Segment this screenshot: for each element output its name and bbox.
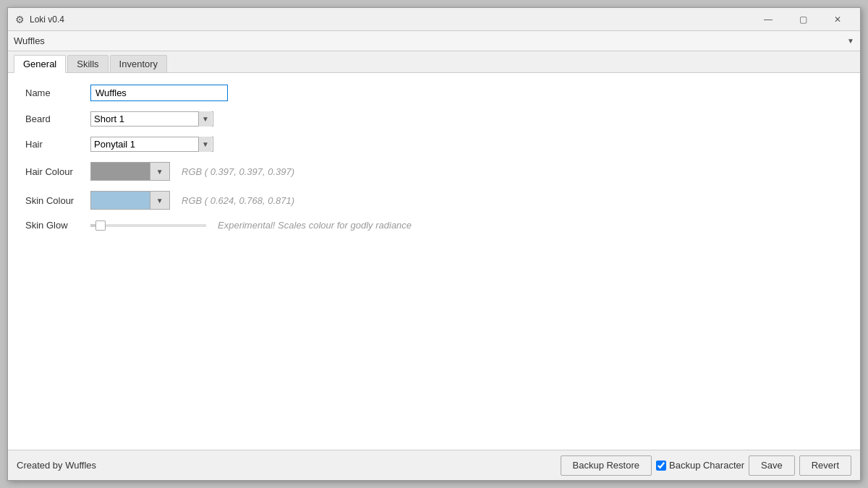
tab-general[interactable]: General (14, 55, 66, 73)
hair-colour-row: Hair Colour ▼ RGB ( 0.397, 0.397, 0.397) (25, 162, 843, 181)
skin-glow-slider-wrapper: Experimental! Scales colour for godly ra… (90, 220, 412, 231)
skin-colour-button[interactable]: ▼ (90, 191, 170, 210)
hair-colour-button[interactable]: ▼ (90, 162, 170, 181)
revert-button[interactable]: Revert (799, 455, 851, 476)
skin-colour-row: Skin Colour ▼ RGB ( 0.624, 0.768, 0.871) (25, 191, 843, 210)
tab-skills[interactable]: Skills (67, 55, 108, 72)
app-icon: ⚙ (14, 14, 25, 25)
content-area: Name Beard Short 1 Short 2 Long 1 None ▼… (8, 73, 860, 450)
tab-inventory[interactable]: Inventory (110, 55, 167, 72)
skin-colour-label: Skin Colour (25, 195, 90, 206)
character-select-wrapper: Wuffles ▼ (11, 33, 857, 50)
hair-label: Hair (25, 139, 90, 150)
skin-colour-rgb: RGB ( 0.624, 0.768, 0.871) (182, 195, 294, 206)
beard-select-wrapper: Short 1 Short 2 Long 1 None ▼ (90, 111, 213, 127)
window-title: Loki v0.4 (30, 14, 752, 25)
minimize-button[interactable]: — (752, 9, 785, 30)
hair-select-wrapper: Ponytail 1 Ponytail 2 Short 1 None ▼ (90, 137, 213, 152)
main-window: ⚙ Loki v0.4 — ▢ ✕ Wuffles ▼ General Skil… (7, 7, 861, 481)
skin-glow-row: Skin Glow Experimental! Scales colour fo… (25, 220, 843, 231)
hair-colour-swatch[interactable] (91, 163, 150, 180)
name-label: Name (25, 87, 90, 98)
character-select[interactable]: Wuffles (11, 33, 857, 50)
save-button[interactable]: Save (749, 455, 795, 476)
created-by-text: Created by Wuffles (17, 460, 561, 471)
backup-character-checkbox[interactable] (656, 461, 666, 471)
beard-row: Beard Short 1 Short 2 Long 1 None ▼ (25, 111, 843, 127)
skin-glow-label: Skin Glow (25, 220, 90, 231)
title-bar: ⚙ Loki v0.4 — ▢ ✕ (8, 8, 860, 31)
maximize-button[interactable]: ▢ (786, 9, 820, 30)
tabs-bar: General Skills Inventory (8, 51, 860, 73)
skin-glow-slider[interactable] (90, 224, 206, 227)
skin-colour-dropdown-btn[interactable]: ▼ (150, 192, 170, 209)
hair-select[interactable]: Ponytail 1 Ponytail 2 Short 1 None (90, 137, 213, 152)
backup-character-text: Backup Character (669, 460, 744, 471)
hair-colour-rgb: RGB ( 0.397, 0.397, 0.397) (182, 166, 294, 177)
skin-colour-swatch[interactable] (91, 192, 150, 209)
backup-restore-button[interactable]: Backup Restore (561, 455, 652, 476)
status-actions: Backup Restore Backup Character Save Rev… (561, 455, 852, 476)
skin-glow-hint: Experimental! Scales colour for godly ra… (218, 220, 412, 231)
close-button[interactable]: ✕ (821, 9, 854, 30)
status-bar: Created by Wuffles Backup Restore Backup… (8, 450, 860, 480)
beard-label: Beard (25, 114, 90, 124)
hair-colour-dropdown-btn[interactable]: ▼ (150, 163, 170, 180)
window-controls: — ▢ ✕ (752, 9, 854, 30)
backup-character-label[interactable]: Backup Character (656, 460, 744, 471)
beard-select[interactable]: Short 1 Short 2 Long 1 None (90, 111, 213, 127)
hair-colour-label: Hair Colour (25, 166, 90, 177)
hair-row: Hair Ponytail 1 Ponytail 2 Short 1 None … (25, 137, 843, 152)
name-input[interactable] (90, 85, 228, 101)
name-row: Name (25, 85, 843, 101)
character-dropdown-bar: Wuffles ▼ (8, 31, 860, 51)
